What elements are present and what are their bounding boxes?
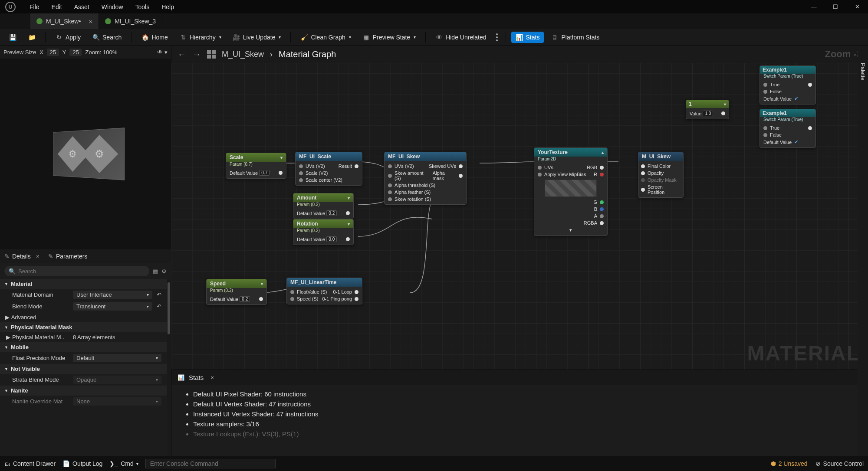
parameters-tab[interactable]: ✎Parameters (48, 253, 87, 260)
menu-window[interactable]: Window (95, 3, 129, 10)
window-maximize[interactable]: ☐ (825, 0, 846, 13)
hierarchy-button[interactable]: ⇅Hierarchy▾ (175, 32, 226, 43)
output-pin[interactable] (808, 126, 812, 130)
input-pin[interactable] (538, 173, 542, 177)
node-scale-param[interactable]: Scale▾ Param (0.7) Default Value 0.7 (226, 153, 286, 179)
breadcrumb[interactable]: M_UI_Skew (222, 50, 264, 59)
input-pin[interactable] (299, 171, 303, 175)
reset-icon[interactable]: ↶ (157, 303, 161, 310)
input-pin[interactable] (290, 290, 294, 294)
menu-asset[interactable]: Asset (68, 3, 95, 10)
prop-advanced[interactable]: ▶ Advanced (0, 312, 167, 322)
output-pin[interactable] (346, 211, 350, 215)
category-physical-material-mask[interactable]: ▼Physical Material Mask (0, 322, 167, 332)
nanite-override-dropdown[interactable]: None▾ (73, 397, 161, 406)
chevron-up-icon[interactable]: ▴ (602, 150, 604, 155)
value-input[interactable]: 0.7 (259, 170, 270, 176)
node-amount-param[interactable]: Amount▾ Param (0.2) Default Value 0.2 (293, 193, 354, 219)
live-update-button[interactable]: 🎥Live Update▾ (228, 32, 286, 43)
node-speed-param[interactable]: Speed▾ Param (0.2) Default Value 0.2 (206, 279, 267, 305)
check-icon[interactable]: ✔ (794, 96, 798, 101)
input-pin[interactable] (388, 164, 392, 168)
details-tab[interactable]: ✎Details× (4, 253, 39, 260)
input-pin[interactable] (299, 164, 303, 168)
node-rotation-param[interactable]: Rotation▾ Param (0.2) Default Value 0.0 (293, 219, 354, 245)
output-pin-b[interactable] (600, 207, 604, 211)
input-pin[interactable] (641, 188, 645, 192)
save-button[interactable]: 💾 (4, 32, 21, 43)
chevron-down-icon[interactable]: ▾ (261, 281, 263, 286)
node-constant-1[interactable]: 1▾ Value 1.0 (686, 100, 729, 119)
output-pin[interactable] (808, 83, 812, 87)
console-command-input[interactable] (145, 459, 276, 468)
input-pin[interactable] (290, 297, 294, 301)
output-pin[interactable] (259, 297, 263, 301)
input-pin[interactable] (641, 178, 645, 182)
output-pin[interactable] (459, 174, 463, 178)
more-options-button[interactable] (493, 33, 500, 41)
chevron-down-icon[interactable]: ▾ (280, 155, 283, 160)
category-mobile[interactable]: ▼Mobile (0, 342, 167, 352)
node-mf-ui-skew[interactable]: MF_UI_Skew UVs (V2)Skewed UVs Skew amoun… (384, 152, 467, 205)
close-icon[interactable]: × (210, 374, 214, 381)
details-search[interactable]: 🔍 (4, 266, 149, 276)
asset-tab-m-ui-skew[interactable]: M_UI_Skew• × (30, 13, 99, 29)
output-pin[interactable] (600, 166, 604, 170)
unsaved-badge[interactable]: ⬢2 Unsaved (771, 460, 808, 467)
content-drawer-button[interactable]: 🗂Content Drawer (4, 460, 56, 467)
category-nanite[interactable]: ▼Nanite (0, 386, 167, 396)
asset-tab-mi-ui-skew-3[interactable]: MI_UI_Skew_3 (99, 13, 162, 29)
input-pin[interactable] (763, 83, 767, 87)
hide-unrelated-button[interactable]: 👁Hide Unrelated (431, 32, 490, 43)
chevron-down-icon[interactable]: ▾ (348, 196, 350, 200)
expand-icon[interactable]: ▶ (6, 334, 10, 340)
output-pin[interactable] (355, 297, 358, 301)
source-control-button[interactable]: ⊘Source Control (815, 460, 864, 467)
chevron-down-icon[interactable]: ▾ (569, 227, 572, 233)
blend-mode-dropdown[interactable]: Translucent▾ (73, 302, 152, 311)
output-pin-r[interactable] (600, 173, 604, 177)
preview-state-button[interactable]: ▦Preview State▾ (358, 32, 420, 43)
palette-rail[interactable]: Palette (858, 46, 868, 456)
cmd-button[interactable]: ❯_Cmd▾ (109, 460, 138, 467)
home-button[interactable]: 🏠Home (137, 32, 172, 43)
node-final-output[interactable]: M_UI_Skew Final Color Opacity Opacity Ma… (638, 152, 684, 198)
node-example1-b[interactable]: Example1 Switch Param (True) True False … (760, 109, 816, 148)
node-your-texture[interactable]: YourTexture▴ Param2D UVsRGB Apply View M… (534, 147, 608, 236)
output-pin[interactable] (279, 171, 283, 175)
output-pin-a[interactable] (600, 214, 604, 218)
input-pin[interactable] (763, 133, 767, 137)
category-not-visible[interactable]: ▼Not Visible (0, 364, 167, 374)
output-pin[interactable] (346, 237, 350, 241)
node-mf-ui-lineartime[interactable]: MF_UI_LinearTime FloatValue (S)0-1 Loop … (286, 278, 362, 304)
chevron-down-icon[interactable]: ▾ (348, 222, 350, 226)
material-domain-dropdown[interactable]: User Interface▾ (73, 291, 152, 299)
details-search-input[interactable] (18, 268, 145, 275)
preview-x-input[interactable]: 25 (47, 49, 59, 56)
float-precision-dropdown[interactable]: Default▾ (73, 354, 161, 362)
apply-button[interactable]: ↻Apply (51, 32, 85, 43)
output-pin[interactable] (721, 111, 725, 115)
menu-help[interactable]: Help (155, 3, 180, 10)
grid-icon[interactable]: ▦ (153, 268, 158, 275)
input-pin[interactable] (388, 197, 392, 201)
window-close[interactable]: ✕ (846, 0, 868, 13)
output-pin[interactable] (459, 164, 463, 168)
node-mf-ui-scale[interactable]: MF_UI_Scale UVs (V2)Result Scale (V2) Sc… (295, 152, 362, 186)
input-pin[interactable] (388, 183, 392, 187)
nav-back-button[interactable]: ← (178, 49, 186, 59)
preview-y-input[interactable]: 25 (69, 49, 82, 56)
input-pin[interactable] (388, 190, 392, 194)
close-icon[interactable]: × (36, 253, 39, 260)
output-pin-rgba[interactable] (600, 221, 604, 225)
input-pin[interactable] (538, 166, 542, 170)
material-graph-canvas[interactable]: Scale▾ Param (0.7) Default Value 0.7 Amo… (171, 63, 868, 370)
input-pin[interactable] (388, 174, 392, 178)
value-input[interactable]: 1.0 (703, 111, 713, 116)
platform-stats-button[interactable]: 🖥Platform Stats (546, 32, 604, 43)
details-scrollbar[interactable] (167, 279, 171, 456)
value-input[interactable]: 0.2 (240, 296, 250, 302)
nav-forward-button[interactable]: → (192, 49, 201, 59)
category-material[interactable]: ▼Material (0, 279, 167, 289)
input-pin[interactable] (641, 171, 645, 175)
